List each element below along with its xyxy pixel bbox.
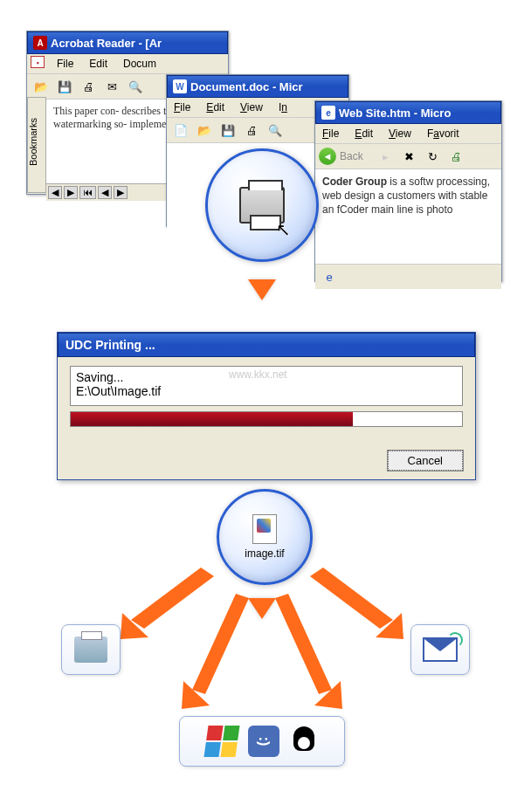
menu-file[interactable]: File bbox=[53, 56, 77, 72]
watermark-text: www.kkx.net bbox=[229, 368, 287, 381]
cursor-icon: ↖ bbox=[276, 219, 291, 240]
cancel-button[interactable]: Cancel bbox=[388, 451, 463, 471]
open-icon[interactable]: 📂 bbox=[31, 77, 52, 96]
save-icon-w[interactable]: 💾 bbox=[217, 120, 238, 140]
menu-edit-ie[interactable]: Edit bbox=[351, 126, 376, 141]
printer-large-icon[interactable] bbox=[239, 187, 285, 224]
forward-icon: ▸ bbox=[376, 147, 396, 166]
dialog-title: UDC Printing ... bbox=[66, 338, 155, 352]
output-file-circle: image.tif bbox=[217, 489, 313, 585]
sync-arrows-icon bbox=[447, 632, 463, 648]
word-icon: W bbox=[173, 79, 187, 93]
arrow-down-1 bbox=[248, 279, 276, 300]
menu-view-w[interactable]: View bbox=[237, 100, 266, 115]
dest-printer[interactable] bbox=[61, 624, 121, 675]
save-icon[interactable]: 💾 bbox=[54, 77, 75, 96]
refresh-icon[interactable]: ↻ bbox=[423, 147, 444, 166]
menubar-acrobat[interactable]: ▪ File Edit Docum bbox=[27, 54, 228, 74]
mac-logo-icon bbox=[248, 726, 279, 757]
printer-small-icon bbox=[74, 637, 107, 663]
svg-marker-4 bbox=[192, 594, 249, 694]
file-label: image.tif bbox=[245, 547, 284, 560]
progress-bar bbox=[70, 411, 463, 427]
tif-file-icon bbox=[252, 514, 277, 544]
title-acrobat: Acrobat Reader - [Ar bbox=[51, 37, 162, 50]
title-word: Document.doc - Micr bbox=[190, 80, 303, 93]
mail-icon[interactable]: ✉ bbox=[101, 77, 122, 96]
menu-edit-w[interactable]: Edit bbox=[203, 100, 228, 115]
ie-content: Coder Group is a softw processing, web d… bbox=[315, 169, 501, 264]
ie-statusbar: e bbox=[315, 264, 501, 289]
window-ie: e Web Site.htm - Micro File Edit View Fa… bbox=[314, 100, 502, 282]
acrobat-icon: A bbox=[33, 36, 47, 50]
titlebar-word[interactable]: W Document.doc - Micr bbox=[167, 75, 348, 98]
dialog-path: E:\Out\Image.tif bbox=[76, 384, 457, 398]
arrow-down-2 bbox=[248, 598, 276, 619]
menu-fav-ie[interactable]: Favorit bbox=[424, 126, 463, 141]
page-prev[interactable]: ◀ bbox=[98, 186, 112, 199]
open-icon-w[interactable]: 📂 bbox=[194, 120, 215, 140]
progress-fill bbox=[71, 412, 353, 426]
toolbar-ie: ◄Back ▸ ✖ ↻ 🖨 bbox=[315, 144, 501, 169]
dest-os[interactable] bbox=[179, 716, 345, 767]
menu-view-ie[interactable]: View bbox=[385, 126, 415, 141]
page-next[interactable]: ▶ bbox=[114, 186, 128, 199]
bookmarks-tab[interactable]: Bookmarks bbox=[27, 97, 46, 193]
print-icon[interactable]: 🖨 bbox=[78, 77, 99, 96]
preview-icon[interactable]: 🔍 bbox=[265, 120, 286, 140]
menubar-ie[interactable]: File Edit View Favorit bbox=[315, 124, 501, 144]
menu-ins-w[interactable]: In bbox=[275, 100, 291, 115]
new-icon[interactable]: 📄 bbox=[170, 120, 191, 140]
dest-email[interactable] bbox=[410, 624, 470, 675]
envelope-icon bbox=[423, 637, 458, 662]
ie-strong: Coder Group bbox=[322, 175, 387, 188]
titlebar-acrobat[interactable]: A Acrobat Reader - [Ar bbox=[27, 31, 228, 54]
windows-logo-icon bbox=[203, 726, 239, 757]
svg-marker-6 bbox=[275, 594, 332, 694]
udc-dialog: UDC Printing ... Saving... E:\Out\Image.… bbox=[57, 332, 476, 480]
menu-edit[interactable]: Edit bbox=[86, 56, 111, 72]
print-action-circle: ↖ bbox=[205, 148, 319, 262]
linux-tux-icon bbox=[290, 725, 318, 758]
stop-icon[interactable]: ✖ bbox=[399, 147, 420, 166]
menu-docum[interactable]: Docum bbox=[120, 56, 160, 72]
menu-file-ie[interactable]: File bbox=[319, 126, 342, 141]
title-ie: Web Site.htm - Micro bbox=[339, 107, 451, 120]
ie-globe-icon: e bbox=[319, 267, 340, 286]
scroll-next[interactable]: ▶ bbox=[64, 186, 78, 199]
pdf-doc-icon: ▪ bbox=[31, 56, 45, 68]
scroll-prev[interactable]: ◀ bbox=[48, 186, 62, 199]
arrow-down-right bbox=[271, 594, 367, 716]
print-icon-ie[interactable]: 🖨 bbox=[446, 147, 467, 166]
back-arrow-icon: ◄ bbox=[319, 148, 336, 165]
arrow-down-left bbox=[157, 594, 253, 716]
ie-icon: e bbox=[321, 106, 335, 120]
search-icon[interactable]: 🔍 bbox=[125, 77, 146, 96]
titlebar-ie[interactable]: e Web Site.htm - Micro bbox=[315, 101, 501, 124]
back-button[interactable]: ◄Back bbox=[319, 148, 363, 165]
print-icon-w[interactable]: 🖨 bbox=[241, 120, 262, 140]
page-first[interactable]: ⏮ bbox=[79, 186, 96, 199]
menu-file-w[interactable]: File bbox=[170, 100, 194, 115]
dialog-titlebar[interactable]: UDC Printing ... bbox=[58, 333, 475, 357]
